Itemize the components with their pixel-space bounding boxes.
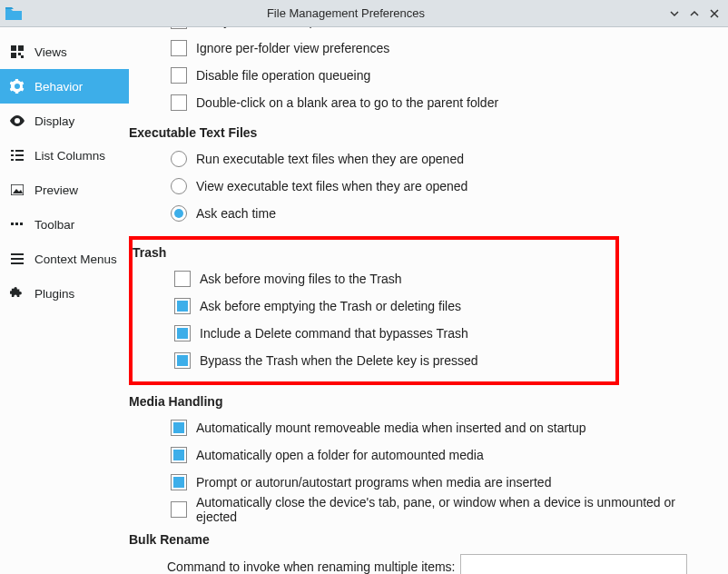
svg-rect-8	[15, 154, 24, 156]
maximize-button[interactable]	[686, 5, 703, 22]
svg-rect-14	[20, 223, 23, 225]
svg-rect-15	[11, 253, 24, 255]
option-label: Ask before emptying the Trash or deletin…	[200, 299, 461, 313]
svg-rect-12	[11, 223, 14, 225]
checkbox[interactable]	[174, 298, 191, 314]
checkbox[interactable]	[171, 474, 187, 490]
option-row: Automatically mount removeable media whe…	[171, 414, 715, 441]
svg-rect-17	[11, 262, 24, 264]
svg-rect-3	[18, 53, 21, 55]
option-row: Automatically open a folder for automoun…	[171, 441, 715, 469]
minimize-button[interactable]	[666, 5, 683, 22]
option-label: Ask each time	[196, 206, 276, 221]
sidebar-item-preview[interactable]: Preview	[0, 173, 129, 207]
svg-rect-10	[15, 159, 24, 161]
option-label: Automatically mount removeable media whe…	[196, 421, 586, 435]
option-row: Ask before moving files to the Trash	[174, 265, 615, 292]
svg-rect-0	[11, 45, 16, 51]
bulk-rename-row: Command to invoke when renaming multiple…	[167, 554, 715, 574]
dots-icon	[9, 216, 25, 233]
section-title: Bulk Rename	[129, 532, 715, 547]
titlebar: File Management Preferences	[0, 0, 728, 27]
svg-rect-2	[11, 53, 16, 58]
option-row: Automatically close the device's tab, pa…	[171, 496, 715, 523]
bulk-rename-label: Command to invoke when renaming multiple…	[167, 559, 455, 574]
sidebar-item-toolbar[interactable]: Toolbar	[0, 207, 129, 242]
option-label: Automatically open a folder for automoun…	[196, 448, 484, 462]
columns-icon	[9, 147, 25, 163]
section-media: Media Handling Automatically mount remov…	[129, 394, 715, 523]
sidebar-item-label: Behavior	[34, 80, 83, 94]
checkbox[interactable]	[171, 420, 187, 436]
option-row: Double-click on a blank area to go to th…	[171, 89, 715, 116]
grid-icon	[9, 44, 25, 60]
option-row: Run executable text files when they are …	[171, 145, 715, 173]
checkbox[interactable]	[174, 352, 191, 369]
option-row: Bypass the Trash when the Delete key is …	[174, 347, 615, 374]
radio[interactable]	[171, 151, 187, 167]
section-title: Trash	[133, 245, 615, 260]
radio[interactable]	[171, 178, 187, 194]
option-row: Ask each time	[171, 200, 715, 227]
sidebar-item-label: Preview	[34, 183, 78, 197]
folder-icon	[5, 7, 22, 20]
section-title: Executable Text Files	[129, 125, 715, 140]
radio[interactable]	[171, 205, 187, 222]
eye-icon	[9, 113, 25, 129]
sidebar-item-plugins[interactable]: Plugins	[0, 276, 129, 311]
option-label: Ask before moving files to the Trash	[200, 272, 402, 286]
section-title: Media Handling	[129, 394, 715, 409]
option-row: View executable text files when they are…	[171, 173, 715, 200]
svg-rect-4	[21, 55, 24, 58]
sidebar-item-list-columns[interactable]: List Columns	[0, 138, 129, 173]
checkbox[interactable]	[171, 501, 187, 518]
option-row: Ask before emptying the Trash or deletin…	[174, 292, 615, 320]
checkbox[interactable]	[174, 271, 191, 287]
option-label: Automatically close the device's tab, pa…	[196, 495, 715, 524]
section-trash-highlighted: Trash Ask before moving files to the Tra…	[129, 236, 619, 385]
svg-rect-13	[15, 223, 18, 225]
svg-rect-5	[11, 150, 14, 152]
checkbox[interactable]	[171, 94, 187, 111]
option-label: Include a Delete command that bypasses T…	[200, 326, 468, 341]
checkbox[interactable]	[171, 447, 187, 463]
checkbox[interactable]	[174, 325, 191, 341]
content-panel: Always start in dual pane view Ignore pe…	[129, 27, 728, 574]
puzzle-icon	[9, 285, 25, 302]
sidebar-item-label: Plugins	[34, 287, 74, 301]
close-button[interactable]	[706, 5, 723, 22]
svg-rect-7	[11, 154, 14, 156]
checkbox[interactable]	[171, 27, 187, 29]
option-label: Prompt or autorun/autostart programs whe…	[196, 475, 551, 490]
option-label: Ignore per-folder view preferences	[196, 41, 389, 55]
option-row: Always start in dual pane view	[171, 27, 715, 35]
option-label: View executable text files when they are…	[196, 179, 467, 193]
sidebar-item-context-menus[interactable]: Context Menus	[0, 242, 129, 276]
checkbox[interactable]	[171, 40, 187, 56]
sidebar-item-label: Views	[34, 45, 67, 59]
option-label: Bypass the Trash when the Delete key is …	[200, 353, 478, 368]
sidebar-item-label: Toolbar	[34, 218, 74, 232]
sidebar-item-display[interactable]: Display	[0, 104, 129, 138]
option-row: Disable file operation queueing	[171, 62, 715, 89]
option-row: Prompt or autorun/autostart programs whe…	[171, 469, 715, 496]
option-label: Always start in dual pane view	[196, 27, 367, 28]
option-label: Disable file operation queueing	[196, 68, 370, 83]
checkbox[interactable]	[171, 67, 187, 84]
image-icon	[9, 182, 25, 198]
window-title: File Management Preferences	[29, 6, 663, 20]
gear-icon	[9, 78, 25, 94]
sidebar-item-views[interactable]: Views	[0, 35, 129, 69]
sidebar-item-label: Display	[34, 114, 74, 128]
sidebar-item-label: Context Menus	[34, 252, 117, 266]
sidebar-item-label: List Columns	[34, 149, 105, 163]
sidebar-item-behavior[interactable]: Behavior	[0, 69, 129, 104]
svg-rect-9	[11, 159, 14, 161]
section-bulk-rename: Bulk Rename Command to invoke when renam…	[129, 532, 715, 574]
menu-icon	[9, 251, 25, 267]
option-row: Include a Delete command that bypasses T…	[174, 320, 615, 347]
option-label: Run executable text files when they are …	[196, 152, 464, 166]
option-label: Double-click on a blank area to go to th…	[196, 95, 498, 110]
bulk-rename-input[interactable]	[460, 554, 687, 574]
section-executable: Executable Text Files Run executable tex…	[129, 125, 715, 227]
